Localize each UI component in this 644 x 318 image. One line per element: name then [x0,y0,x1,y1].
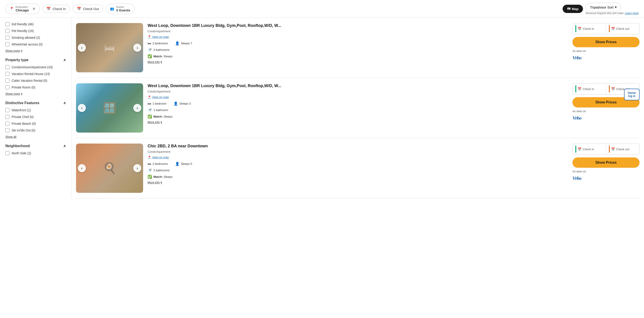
ski-label: Ski In/Ski Out (0) [12,128,35,132]
checkin-accent [575,25,576,32]
image-next-button[interactable]: › [133,164,141,172]
waterfront-checkbox[interactable] [5,108,10,112]
checkin-field[interactable]: 📅 Check in [573,23,606,34]
image-prev-button[interactable]: ‹ [78,164,86,172]
listing-details-2: 🚿 1 bathroom [148,108,568,112]
view-on-map-link[interactable]: 📍 View on map [148,35,568,39]
map-pin-icon: 📍 [148,156,151,159]
vrbo-logo: Vrbo [572,115,640,121]
listing-card: 🛏 ‹ › West Loop, Downtown 1BR Luxury Bld… [76,18,640,78]
chevron-down-icon-2: ▾ [21,92,22,95]
pet-friendly-checkbox[interactable] [5,29,10,33]
checkout-field[interactable]: 📅 Check out [606,23,640,34]
image-prev-button[interactable]: ‹ [78,104,86,112]
check-icon: ✅ [148,114,152,119]
show-prices-button[interactable]: Show Prices [572,37,640,47]
condo-apartment-checkbox[interactable] [5,65,10,69]
vacation-house-checkbox[interactable] [5,72,10,76]
show-more-property[interactable]: Show more ▾ [5,92,66,95]
checkin-label: Check In [52,7,66,11]
map-pin-icon: 📍 [148,95,151,99]
chevron-up-icon: ∧ [63,58,66,62]
chevron-down-icon-4: ▾ [160,120,162,124]
more-info-button[interactable]: More info ▾ [148,120,568,124]
guests-pill[interactable]: 👥 Guests 3 Guests [106,4,134,14]
pricing-panel: 📅 Check in 📅 Check out Show Prices As se… [572,23,640,72]
date-inputs: 📅 Check in 📅 Check out [572,23,640,34]
image-next-button[interactable]: › [133,44,141,52]
bed-icon: 🛏 [148,41,151,46]
destination-pill[interactable]: 📍 Destination Chicago ✕ [5,4,40,14]
checkin-accent [575,85,576,92]
bed-icon: 🛏 [148,162,151,166]
private-chef-checkbox[interactable] [5,115,10,119]
calendar-icon-2: 📅 [77,7,81,11]
wheelchair-checkbox[interactable] [5,42,10,46]
calendar-icon-5: 📅 [578,87,582,91]
listing-details: 🛏 2 bedrooms 👤 Sleeps 5 [148,162,568,166]
sleeps-detail: 👤 Sleeps 7 [175,41,192,46]
distinctive-features-header[interactable]: Distinctive Features ∧ [5,101,66,105]
sort-button[interactable]: Tripadvisor Sort ▾ [586,3,621,12]
checkout-label: Check Out [83,7,99,11]
bedrooms-detail: 🛏 2 bedrooms [148,162,168,166]
map-label: Map [572,7,578,11]
listing-info: West Loop, Downtown 1BR Luxury Bldg, Gym… [148,83,568,132]
view-on-map-link[interactable]: 📍 View on map [148,95,568,99]
wheelchair-label: Wheelchair access (0) [12,43,43,46]
guests-icon: 👥 [110,7,114,11]
check-icon: ✅ [148,175,152,179]
bed-icon: 🛏 [148,102,151,106]
private-beach-checkbox[interactable] [5,122,10,126]
private-room-checkbox[interactable] [5,85,10,89]
sort-note: Revenue impacts this sort order. Learn m… [586,12,639,15]
kid-friendly-checkbox[interactable] [5,22,10,26]
checkin-field[interactable]: 📅 Check in [573,84,606,94]
kid-friendly-label: Kid friendly (46) [12,22,34,26]
location-icon: 📍 [10,7,14,11]
vrbo-logo: Vrbo [572,175,640,181]
smoking-allowed-checkbox[interactable] [5,36,10,40]
bedrooms-detail: 🛏 2 bedrooms [148,41,168,46]
listing-type: Condo/Apartment [148,30,568,33]
cabin-checkbox[interactable] [5,79,10,83]
pet-friendly-label: Pet friendly (19) [12,29,34,33]
calendar-icon-4: 📅 [611,27,615,31]
owner-login-button[interactable]: Ownerlog in [624,89,640,100]
checkin-field[interactable]: 📅 Check in [573,144,606,154]
listing-details: 🛏 2 bedrooms 👤 Sleeps 7 [148,41,568,46]
guests-value: 3 Guests [116,8,130,12]
private-beach-label: Private Beach (0) [12,122,36,125]
sort-label: Tripadvisor Sort [590,5,613,9]
calendar-icon-6: 📅 [611,87,615,91]
chevron-down-icon-3: ▾ [160,60,162,64]
show-all-distinctive[interactable]: Show all [5,135,66,138]
more-info-button[interactable]: More info ▾ [148,60,568,64]
map-button[interactable]: 🗺 Map [562,5,583,13]
match-badge: ✅ Match: Sleeps [148,175,568,179]
listing-type: Condo/Apartment [148,150,568,153]
neighborhood-section: Neighborhood ∧ North Side (2) [5,144,66,155]
ski-checkbox[interactable] [5,128,10,132]
show-prices-button[interactable]: Show Prices [572,157,640,168]
show-more-accessibility[interactable]: Show more ▾ [5,49,66,52]
learn-more-link[interactable]: Learn more [625,12,639,15]
date-inputs: 📅 Check in 📅 Check out [572,143,640,155]
checkout-field[interactable]: 📅 Check out [606,144,640,154]
checkin-pill[interactable]: 📅 Check In [42,5,70,13]
listing-image: 🛏 ‹ › [76,23,143,72]
checkout-pill[interactable]: 📅 Check Out [73,5,103,13]
more-info-button[interactable]: More info ▾ [148,181,568,184]
checkin-placeholder: Check in [583,147,594,151]
view-on-map-link[interactable]: 📍 View on map [148,156,568,159]
clear-destination-button[interactable]: ✕ [32,7,35,11]
property-type-header[interactable]: Property type ∧ [5,58,66,62]
person-icon: 👤 [174,101,178,106]
neighborhood-header[interactable]: Neighborhood ∧ [5,144,66,148]
bath-icon: 🚿 [148,168,152,173]
pricing-panel: 📅 Check in 📅 Check out Show Prices As se… [572,83,640,132]
image-prev-button[interactable]: ‹ [78,44,86,52]
checkout-placeholder: Check out [616,147,630,151]
north-side-checkbox[interactable] [5,151,10,155]
image-next-button[interactable]: › [133,104,141,112]
